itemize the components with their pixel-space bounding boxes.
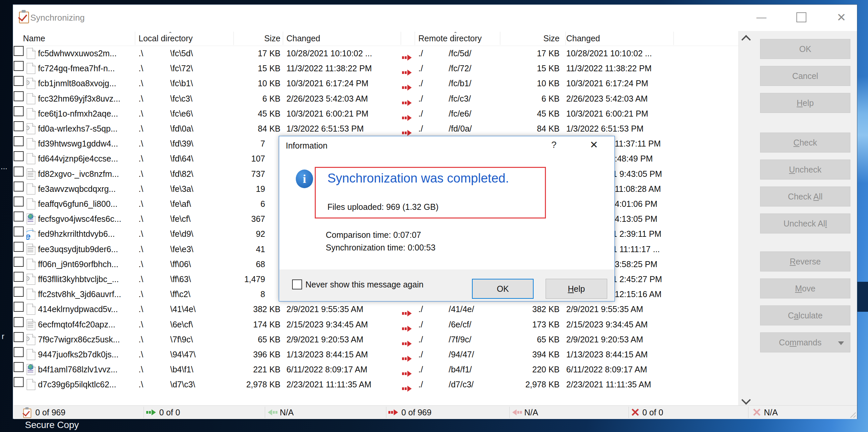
close-button[interactable]: ✕ — [829, 9, 854, 26]
table-row[interactable]: fc724gq-fmea7hf-n....\\fc\72\15 KB11/3/2… — [14, 61, 738, 76]
table-row[interactable]: 9447juofks2b7dk0js....\\94\47\396 KB1/13… — [14, 347, 738, 362]
cell-changed: 10/28/2021 10:10:02 ... — [286, 46, 398, 61]
column-header-local-directory[interactable]: Local directory ˆ — [138, 31, 193, 45]
column-header-remote-directory[interactable]: Remote directory ˆ — [418, 31, 482, 45]
sort-ascending-icon: ˆ — [169, 27, 172, 42]
dialog-ok-button[interactable]: OK — [472, 279, 534, 299]
cell-size: 6 KB — [200, 91, 280, 106]
maximize-button[interactable] — [789, 9, 814, 26]
side-button-check[interactable]: Check — [760, 132, 850, 153]
row-checkbox[interactable] — [14, 287, 24, 297]
row-checkbox[interactable] — [14, 106, 24, 116]
side-button-cancel[interactable]: Cancel — [760, 66, 850, 86]
arrow-right-red-icon — [402, 55, 413, 61]
cell-remote-base: ./ — [418, 121, 447, 136]
cell-changed: 2/9/2021 9:55:35 AM — [286, 302, 398, 317]
side-button-commands[interactable]: Commands — [760, 332, 850, 352]
row-checkbox[interactable] — [14, 196, 24, 207]
cell-remote-size: 220 KB — [480, 362, 560, 377]
row-checkbox[interactable] — [14, 302, 24, 312]
dialog-heading: Synchronization was completed. — [328, 171, 509, 186]
file-icon-cell — [26, 93, 36, 105]
vertical-scrollbar[interactable] — [738, 31, 753, 409]
cell-size: 45 KB — [200, 106, 280, 121]
cell-remote-base: ./ — [418, 46, 447, 61]
dialog-title: Information — [286, 141, 328, 151]
title-bar[interactable]: Synchronizing — ✕ — [13, 5, 857, 31]
row-checkbox[interactable] — [14, 151, 24, 161]
row-checkbox[interactable] — [14, 347, 24, 357]
row-checkbox[interactable] — [14, 212, 24, 221]
table-row[interactable]: fcc32hm69yjf3x8uvz....\\fc\c3\6 KB2/26/2… — [14, 91, 738, 106]
side-button-help[interactable]: Help — [760, 93, 850, 113]
file-icon-doc-gear: ⚙ — [26, 334, 36, 345]
scroll-up-button[interactable] — [739, 31, 753, 45]
row-checkbox[interactable] — [14, 121, 24, 131]
table-row[interactable]: ⚙fd0a-wrlexhs7-s5qp....\\fd\0a\84 KB1/3/… — [14, 121, 738, 136]
cell-remote-changed: 2/23/2021 11:11:35 AM — [566, 377, 683, 392]
row-checkbox[interactable] — [14, 242, 24, 252]
side-button-calculate[interactable]: Calculate — [760, 305, 850, 326]
cell-local-base: .\ — [138, 151, 168, 166]
row-checkbox[interactable] — [14, 76, 24, 86]
file-icon-cell — [26, 303, 36, 315]
file-icon-cell — [26, 319, 36, 331]
table-row[interactable]: ⚙fcb1jnmlt8oa8xvojg....\\fc\b1\10 KB10/3… — [14, 76, 738, 91]
cell-remote-changed-partial: 21 3:58:25 PM — [603, 257, 737, 272]
gear-icon: ⚙ — [26, 78, 30, 90]
row-checkbox[interactable] — [14, 61, 24, 71]
column-header-changed-remote[interactable]: Changed — [566, 31, 600, 45]
table-row[interactable]: 414eklrnydpwacd5v....\\41\4e\382 KB2/9/2… — [14, 302, 738, 317]
side-button-move[interactable]: Move — [760, 278, 850, 299]
cell-size: 221 KB — [200, 362, 280, 377]
status-text: N/A — [280, 408, 294, 418]
column-header-size-local[interactable]: Size — [200, 31, 280, 45]
table-row[interactable]: d7c39g6p5ilqktlc62....\\d7\c3\2,978 KB2/… — [14, 377, 738, 392]
column-header-changed-local[interactable]: Changed — [286, 31, 320, 45]
row-checkbox[interactable] — [14, 272, 24, 282]
row-checkbox[interactable] — [14, 332, 24, 342]
cell-local-base: .\ — [138, 106, 168, 121]
gear-icon: ⚙ — [26, 274, 30, 285]
side-button-uncheck[interactable]: Uncheck — [760, 159, 850, 180]
row-checkbox[interactable] — [14, 362, 24, 372]
column-header-size-remote[interactable]: Size — [480, 31, 560, 45]
row-checkbox[interactable] — [14, 182, 24, 191]
cell-remote-base: ./ — [418, 61, 447, 76]
table-row[interactable]: 6ecfmqtof4fc20apz....\\6e\cf\174 KB2/15/… — [14, 317, 738, 332]
cell-remote-changed: 2/15/2023 9:34:45 AM — [566, 317, 683, 332]
row-checkbox[interactable] — [14, 91, 24, 101]
row-checkbox[interactable] — [14, 226, 24, 237]
row-checkbox[interactable] — [14, 166, 24, 177]
row-checkbox[interactable] — [14, 136, 24, 146]
dialog-help-button-bottom[interactable]: Help — [546, 279, 607, 299]
cell-remote-size: 45 KB — [480, 106, 560, 121]
cell-name: fd0a-wrlexhs7-s5qp... — [38, 121, 135, 136]
table-row[interactable]: fc5dwhwvxuwos2m....\\fc\5d\17 KB10/28/20… — [14, 46, 738, 61]
status-divider — [144, 407, 144, 418]
never-show-checkbox[interactable] — [292, 279, 302, 289]
row-checkbox[interactable] — [14, 257, 24, 267]
side-button-reverse[interactable]: Reverse — [760, 251, 850, 272]
table-row[interactable]: fce6tj1o-nfmxh2aqe....\\fc\e6\45 KB10/3/… — [14, 106, 738, 121]
cell-local-base: .\ — [138, 166, 168, 182]
side-button-uncheck-all[interactable]: Uncheck All — [760, 214, 850, 234]
resize-grip[interactable] — [850, 412, 856, 418]
desktop: ... r Secure Copy Synchronizing — ✕ Name… — [0, 0, 868, 432]
table-row[interactable]: b4f1aml768lzlv1vvz....\\b4\f1\221 KB6/11… — [14, 362, 738, 377]
cell-name: fc5dwhwvxuwos2m... — [38, 46, 135, 61]
side-button-ok[interactable]: OK — [760, 39, 850, 59]
row-checkbox[interactable] — [14, 317, 24, 327]
table-row[interactable]: ⚙7f9c7wigrx86cz5usk....\\7f\9c\65 KB2/9/… — [14, 332, 738, 347]
cell-name: fcc32hm69yjf3x8uvz... — [38, 91, 135, 106]
cell-remote-base: ./ — [418, 106, 447, 121]
row-checkbox[interactable] — [14, 46, 24, 56]
side-button-check-all[interactable]: Check All — [760, 187, 850, 207]
cell-remote-size: 84 KB — [480, 121, 560, 136]
dialog-close-button[interactable]: ✕ — [586, 139, 602, 151]
column-header-name[interactable]: Name — [23, 31, 45, 45]
minimize-button[interactable]: — — [749, 9, 774, 26]
row-checkbox[interactable] — [14, 377, 24, 387]
dialog-help-button[interactable]: ? — [546, 140, 562, 150]
cell-local-base: .\ — [138, 61, 168, 76]
